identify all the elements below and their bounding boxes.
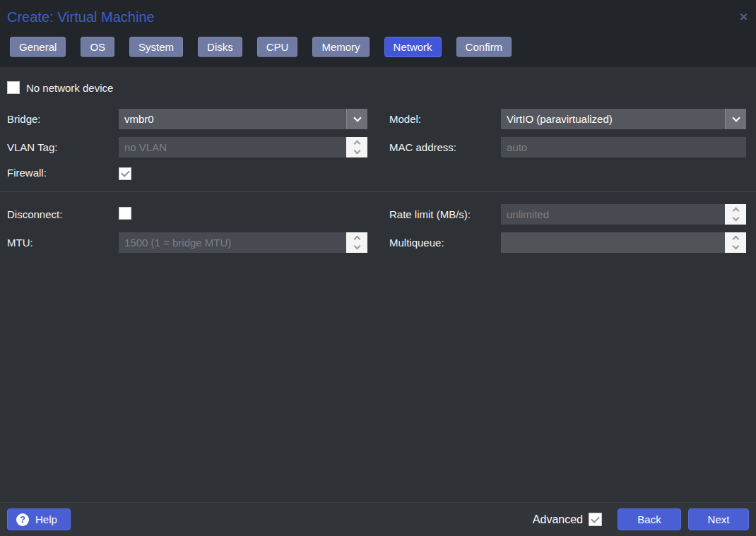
chevron-up-icon — [732, 208, 739, 215]
mac-address-label: MAC address: — [389, 141, 501, 153]
chevron-down-icon — [353, 114, 361, 121]
model-dropdown-trigger[interactable] — [725, 109, 746, 129]
tab-confirm[interactable]: Confirm — [456, 37, 512, 57]
vlan-tag-label: VLAN Tag: — [7, 141, 119, 153]
next-button[interactable]: Next — [688, 508, 749, 530]
chevron-down-icon — [353, 148, 360, 155]
rate-limit-placeholder: unlimited — [501, 208, 549, 220]
firewall-label: Firewall: — [7, 167, 119, 179]
tab-memory[interactable]: Memory — [312, 37, 369, 57]
no-network-device-checkbox[interactable] — [7, 81, 20, 94]
vlan-tag-placeholder: no VLAN — [119, 141, 167, 153]
no-network-device-label: No network device — [26, 82, 113, 94]
wizard-tab-bar: General OS System Disks CPU Memory Netwo… — [0, 32, 756, 67]
mtu-placeholder: 1500 (1 = bridge MTU) — [119, 237, 231, 249]
multiqueue-label: Multiqueue: — [389, 237, 501, 249]
tab-system[interactable]: System — [129, 37, 183, 57]
disconnect-checkbox[interactable] — [119, 207, 131, 220]
bridge-label: Bridge: — [7, 113, 119, 125]
help-button-label: Help — [35, 513, 57, 525]
advanced-section-divider — [0, 191, 756, 192]
dialog-title: Create: Virtual Machine — [0, 0, 756, 32]
disconnect-cell — [119, 207, 367, 222]
multiqueue-spin-buttons[interactable] — [725, 232, 746, 253]
back-button[interactable]: Back — [618, 508, 681, 530]
model-combobox[interactable]: VirtIO (paravirtualized) — [501, 109, 746, 129]
mac-address-placeholder: auto — [501, 141, 527, 153]
tab-disks[interactable]: Disks — [198, 37, 242, 57]
help-button[interactable]: ? Help — [7, 508, 71, 530]
no-network-device-row: No network device — [7, 81, 749, 94]
mtu-spinner-field: 1500 (1 = bridge MTU) — [119, 232, 367, 253]
tab-cpu[interactable]: CPU — [257, 37, 298, 57]
network-form-top: Bridge: vmbr0 Model: VirtIO (paravirtual… — [7, 109, 749, 180]
mtu-spin-buttons[interactable] — [346, 232, 367, 253]
rate-limit-label: Rate limit (MB/s): — [389, 208, 501, 220]
help-question-icon: ? — [16, 513, 29, 526]
rate-limit-spinner-field: unlimited — [501, 204, 746, 225]
advanced-checkbox[interactable] — [589, 513, 602, 526]
mac-address-field: auto — [501, 137, 746, 157]
chevron-down-icon — [732, 114, 740, 121]
dialog-header: Create: Virtual Machine × General OS Sys… — [0, 0, 756, 67]
chevron-up-icon — [732, 236, 739, 243]
firewall-cell — [119, 165, 367, 180]
disconnect-label: Disconnect: — [7, 208, 119, 220]
create-vm-dialog: Create: Virtual Machine × General OS Sys… — [0, 0, 756, 536]
chevron-up-icon — [353, 236, 360, 243]
multiqueue-spinner-field[interactable] — [501, 232, 746, 253]
bridge-dropdown-trigger[interactable] — [346, 109, 367, 129]
rate-limit-spin-buttons[interactable] — [725, 204, 746, 225]
chevron-down-icon — [732, 243, 739, 250]
network-tab-panel: No network device Bridge: vmbr0 Model: V… — [0, 67, 756, 502]
tab-os[interactable]: OS — [81, 37, 114, 57]
mtu-label: MTU: — [7, 237, 119, 249]
chevron-down-icon — [353, 243, 360, 250]
network-form-advanced: Disconnect: Rate limit (MB/s): unlimited… — [7, 204, 749, 253]
vlan-tag-spinner-field: no VLAN — [119, 137, 367, 157]
advanced-toggle-wrap: Advanced — [533, 513, 602, 526]
model-value: VirtIO (paravirtualized) — [501, 113, 613, 125]
chevron-down-icon — [732, 215, 739, 222]
tab-network[interactable]: Network — [384, 37, 442, 57]
bridge-value: vmbr0 — [119, 113, 154, 125]
close-icon[interactable]: × — [740, 10, 748, 23]
firewall-checkbox[interactable] — [119, 167, 131, 180]
bridge-combobox[interactable]: vmbr0 — [119, 109, 367, 129]
vlan-tag-spin-buttons[interactable] — [346, 137, 367, 157]
dialog-footer: ? Help Advanced Back Next — [0, 502, 756, 536]
chevron-up-icon — [353, 141, 360, 148]
model-label: Model: — [389, 113, 501, 125]
tab-general[interactable]: General — [10, 37, 66, 57]
advanced-label: Advanced — [533, 513, 583, 526]
